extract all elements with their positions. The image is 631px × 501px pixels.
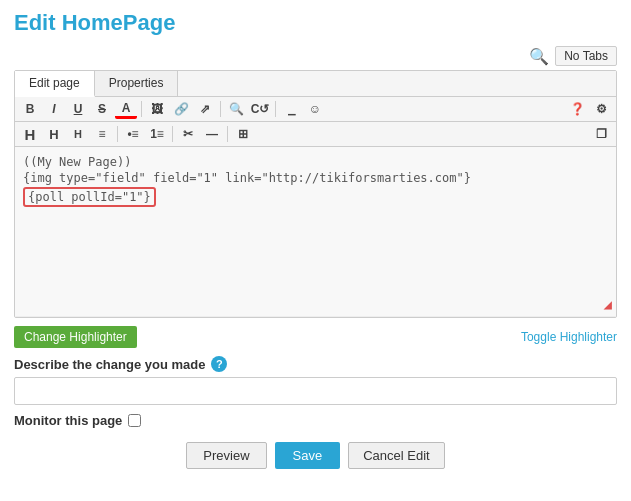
underline-button[interactable]: U [67,99,89,119]
search-icon[interactable]: 🔍 [529,47,549,66]
describe-row: Describe the change you made ? [14,356,617,372]
describe-label: Describe the change you made [14,357,205,372]
undo-button[interactable]: C↺ [249,99,271,119]
tab-edit-page[interactable]: Edit page [15,71,95,97]
external-link-button[interactable]: ⇗ [194,99,216,119]
h1-button[interactable]: H [19,124,41,144]
align-button[interactable]: ≡ [91,124,113,144]
resize-handle[interactable]: ◢ [604,296,612,312]
toolbar-sep3 [275,101,276,117]
editor-line1: ((My New Page)) [23,155,608,169]
no-tabs-button[interactable]: No Tabs [555,46,617,66]
list-bullet-button[interactable]: •≡ [122,124,144,144]
smiley-button[interactable]: ☺ [304,99,326,119]
editor-container: Edit page Properties B I U S A 🖼 🔗 ⇗ 🔍 C… [14,70,617,318]
toolbar-sep1 [141,101,142,117]
preview-button[interactable]: Preview [186,442,266,469]
bold-button[interactable]: B [19,99,41,119]
toolbar-right2: ❐ [590,124,612,144]
toggle-highlighter-link[interactable]: Toggle Highlighter [521,330,617,344]
editor-area[interactable]: ((My New Page)) {img type="field" field=… [15,147,616,317]
toolbar-sep6 [227,126,228,142]
toolbar-row1: B I U S A 🖼 🔗 ⇗ 🔍 C↺ ⎯ ☺ ❓ ⚙ [15,97,616,122]
horizontal-rule-button[interactable]: ⎯ [280,99,302,119]
link-button[interactable]: 🔗 [170,99,192,119]
editor-line3: {poll pollId="1"} [23,187,608,207]
change-highlighter-button[interactable]: Change Highlighter [14,326,137,348]
bottom-buttons: Preview Save Cancel Edit [14,442,617,469]
settings-button[interactable]: ⚙ [590,99,612,119]
image-button[interactable]: 🖼 [146,99,168,119]
list-number-button[interactable]: 1≡ [146,124,168,144]
monitor-label: Monitor this page [14,413,122,428]
toolbar-sep2 [220,101,221,117]
strikethrough-button[interactable]: S [91,99,113,119]
fullscreen-button[interactable]: ❐ [590,124,612,144]
cancel-edit-button[interactable]: Cancel Edit [348,442,444,469]
table-button[interactable]: ⊞ [232,124,254,144]
page-title: Edit HomePage [14,10,617,36]
title-prefix: Edit [14,10,62,35]
toolbar-sep4 [117,126,118,142]
h2-button[interactable]: H [43,124,65,144]
title-highlight: HomePage [62,10,176,35]
search-replace-button[interactable]: 🔍 [225,99,247,119]
monitor-row: Monitor this page [14,413,617,428]
save-button[interactable]: Save [275,442,341,469]
editor-line2: {img type="field" field="1" link="http:/… [23,171,608,185]
italic-button[interactable]: I [43,99,65,119]
toolbar-sep5 [172,126,173,142]
help-icon[interactable]: ? [211,356,227,372]
toolbar-right: ❓ ⚙ [566,99,612,119]
change-highlighter-row: Change Highlighter Toggle Highlighter [14,326,617,348]
poll-highlight: {poll pollId="1"} [23,187,156,207]
monitor-checkbox[interactable] [128,414,141,427]
cut-button[interactable]: ✂ [177,124,199,144]
tab-properties[interactable]: Properties [95,71,179,96]
h3-button[interactable]: H [67,124,89,144]
font-color-button[interactable]: A [115,99,137,119]
help-button[interactable]: ❓ [566,99,588,119]
toolbar-row2: H H H ≡ •≡ 1≡ ✂ — ⊞ ❐ [15,122,616,147]
em-dash-button[interactable]: — [201,124,223,144]
tabs-bar: Edit page Properties [15,71,616,97]
describe-input[interactable] [14,377,617,405]
